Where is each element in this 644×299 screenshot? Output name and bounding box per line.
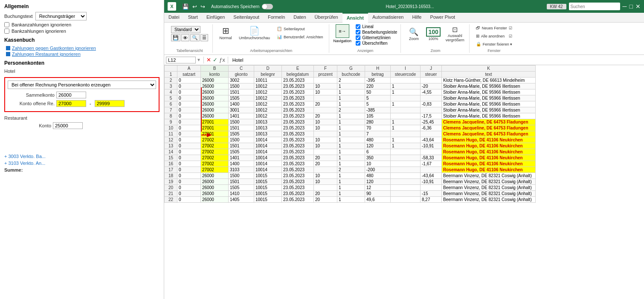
cell-15-B[interactable]: 27002 <box>201 155 229 161</box>
cell-4-I[interactable]: 1 <box>391 89 421 95</box>
cell-1-F[interactable]: prozent <box>314 72 337 78</box>
cell-9-K[interactable]: Clemens Jacqueline, DE 64753 Fladungen <box>442 119 536 125</box>
navigation-btn[interactable]: ≡→ Navigation <box>334 24 352 43</box>
insert-function-icon[interactable]: ƒx <box>219 57 225 63</box>
cell-1-J[interactable]: steuer <box>421 72 442 78</box>
cell-3-C[interactable]: 1500 <box>229 83 254 89</box>
cell-19-D[interactable]: 10015 <box>254 179 282 185</box>
cell-5-I[interactable] <box>391 95 421 101</box>
cell-11-D[interactable]: 10013 <box>254 131 282 137</box>
cell-13-F[interactable]: 10 <box>314 143 337 149</box>
bearbeitungsleiste-checkbox[interactable] <box>356 30 360 34</box>
cell-15-D[interactable]: 10014 <box>254 155 282 161</box>
cell-14-K[interactable]: Rosemann Hugo, DE 41106 Neukirchen <box>442 149 536 155</box>
cell-5-H[interactable]: 5 <box>365 95 391 101</box>
cell-8-J[interactable]: -17,5 <box>421 113 442 119</box>
cell-18-D[interactable]: 10015 <box>254 173 282 179</box>
cell-4-H[interactable]: 50 <box>365 89 391 95</box>
benutzdef-btn[interactable]: 📊 Benutzerdef. Ansichten <box>275 33 325 40</box>
cell-3-I[interactable]: 1 <box>391 83 421 89</box>
cell-18-H[interactable]: 480 <box>365 173 391 179</box>
cell-12-C[interactable]: 1500 <box>229 137 254 143</box>
cell-10-K[interactable]: Clemens Jacqueline, DE 64753 Fladungen <box>442 125 536 131</box>
cell-20-H[interactable]: 12 <box>365 185 391 191</box>
bankzahlungen-ignorieren-checkbox[interactable] <box>4 29 9 34</box>
zoom-btn[interactable]: 🔍 Zoom <box>405 26 422 42</box>
cell-13-A[interactable]: 0 <box>177 143 201 149</box>
cell-18-F[interactable]: 10 <box>314 173 337 179</box>
cell-11-I[interactable] <box>391 131 421 137</box>
cell-1-C[interactable]: gkonto <box>229 72 254 78</box>
cell-22-B[interactable]: 26000 <box>201 197 229 203</box>
cell-10-A[interactable]: 0 <box>177 125 201 131</box>
cell-16-F[interactable]: 20 <box>314 161 337 167</box>
cell-21-B[interactable]: 26000 <box>201 191 229 197</box>
restaurant-konto-input[interactable] <box>53 122 83 129</box>
cell-21-C[interactable]: 1410 <box>229 191 254 197</box>
cell-8-G[interactable]: 1 <box>337 113 365 119</box>
cell-1-B[interactable]: konto <box>201 72 229 78</box>
tab-ansicht[interactable]: Ansicht <box>342 13 368 23</box>
cell-21-A[interactable]: 0 <box>177 191 201 197</box>
cell-1-E[interactable]: belegdatum <box>282 72 314 78</box>
cell-4-B[interactable]: 26000 <box>201 89 229 95</box>
cell-4-J[interactable]: -4,55 <box>421 89 442 95</box>
cancel-formula-icon[interactable]: ✕ <box>206 57 211 63</box>
eye2-btn[interactable]: 🔍 <box>190 34 200 41</box>
cell-14-E[interactable]: 23.05.2023 <box>282 149 314 155</box>
cell-22-C[interactable]: 1405 <box>229 197 254 203</box>
cell-17-A[interactable]: 0 <box>177 167 201 173</box>
cell-22-E[interactable]: 23.05.2023 <box>282 197 314 203</box>
tab-seitenlayout[interactable]: Seitenlayout <box>229 13 264 22</box>
cell-15-A[interactable]: 0 <box>177 155 201 161</box>
col-header-K[interactable]: K <box>442 66 536 72</box>
cell-12-E[interactable]: 23.05.2023 <box>282 137 314 143</box>
cell-17-H[interactable]: -200 <box>365 167 391 173</box>
cell-6-I[interactable]: 1 <box>391 101 421 107</box>
cell-14-H[interactable]: 6 <box>365 149 391 155</box>
cell-22-H[interactable]: 49,6 <box>365 197 391 203</box>
cell-15-F[interactable]: 20 <box>314 155 337 161</box>
minimize-btn[interactable]: ─ <box>623 3 627 10</box>
konto-offene-to-input[interactable] <box>95 100 125 107</box>
eye-btn[interactable]: 👁 <box>181 34 189 41</box>
redo-btn[interactable]: ↪ <box>200 3 206 10</box>
cell-16-E[interactable]: 23.05.2023 <box>282 161 314 167</box>
cell-19-J[interactable]: -10,91 <box>421 179 442 185</box>
cell-7-F[interactable] <box>314 107 337 113</box>
cell-1-I[interactable]: steuercode <box>391 72 421 78</box>
cell-14-A[interactable]: 0 <box>177 149 201 155</box>
cell-10-F[interactable]: 10 <box>314 125 337 131</box>
cell-19-I[interactable] <box>391 179 421 185</box>
formula-input[interactable] <box>231 58 642 63</box>
cell-20-D[interactable]: 10015 <box>254 185 282 191</box>
cell-10-J[interactable]: -6,36 <box>421 125 442 131</box>
cell-19-H[interactable]: 120 <box>365 179 391 185</box>
cell-12-G[interactable]: 1 <box>337 137 365 143</box>
cell-2-C[interactable]: 3002 <box>229 78 254 83</box>
cell-2-G[interactable]: 2 <box>337 78 365 83</box>
tab-daten[interactable]: Daten <box>289 13 310 22</box>
cell-16-B[interactable]: 27002 <box>201 161 229 167</box>
col-header-F[interactable]: F <box>314 66 337 72</box>
cell-21-J[interactable]: -15 <box>421 191 442 197</box>
cell-2-A[interactable]: 0 <box>177 78 201 83</box>
cell-4-C[interactable]: 1501 <box>229 89 254 95</box>
cell-9-H[interactable]: 280 <box>365 119 391 125</box>
cell-9-A[interactable]: 0 <box>177 119 201 125</box>
cell-1-G[interactable]: buchcode <box>337 72 365 78</box>
cell-22-J[interactable]: 8,27 <box>421 197 442 203</box>
cell-21-F[interactable]: 20 <box>314 191 337 197</box>
tab-einfuegen[interactable]: Einfügen <box>202 13 229 22</box>
bankanzahlungen-ignorieren-checkbox[interactable] <box>4 22 9 27</box>
zoom-100-btn[interactable]: 100 100% <box>424 26 442 42</box>
cell-12-A[interactable]: 0 <box>177 137 201 143</box>
cell-11-F[interactable] <box>314 131 337 137</box>
cell-5-C[interactable]: 1505 <box>229 95 254 101</box>
cell-21-I[interactable] <box>391 191 421 197</box>
cell-20-I[interactable] <box>391 185 421 191</box>
konto-offene-from-input[interactable] <box>56 100 86 107</box>
cell-21-H[interactable]: 90 <box>365 191 391 197</box>
cell-15-J[interactable]: -58,33 <box>421 155 442 161</box>
cell-15-E[interactable]: 23.05.2023 <box>282 155 314 161</box>
